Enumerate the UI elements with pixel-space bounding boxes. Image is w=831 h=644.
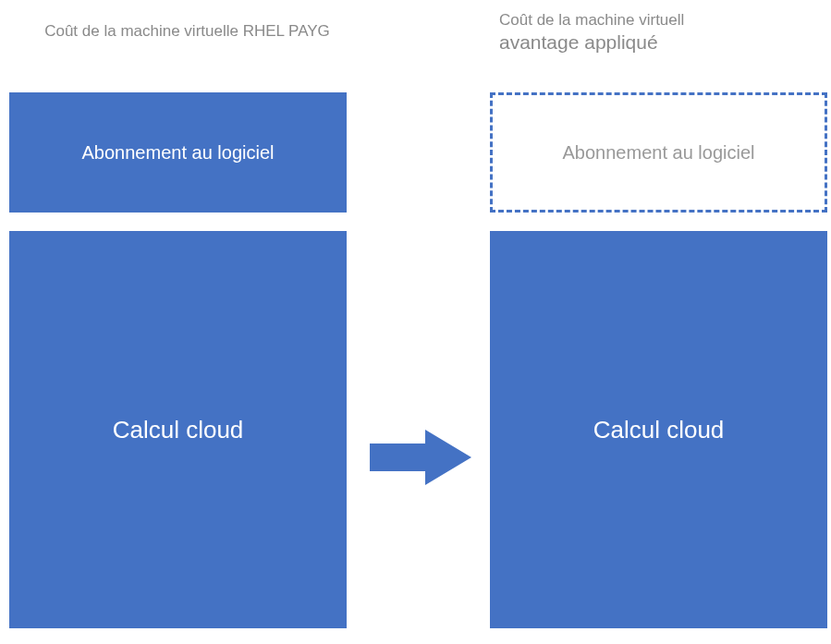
right-subscription-label: Abonnement au logiciel [563, 142, 755, 164]
header-right-line1: Coût de la machine virtuell [499, 11, 831, 30]
left-compute-label: Calcul cloud [113, 416, 244, 444]
left-subscription-label: Abonnement au logiciel [82, 142, 275, 164]
right-compute-box: Calcul cloud [490, 231, 827, 628]
left-column: Abonnement au logiciel Calcul cloud [9, 92, 347, 628]
right-subscription-box: Abonnement au logiciel [490, 92, 827, 213]
header-left-title: Coût de la machine virtuelle RHEL PAYG [0, 22, 374, 41]
header-row: Coût de la machine virtuelle RHEL PAYG C… [0, 0, 831, 83]
right-column: Abonnement au logiciel Calcul cloud [490, 92, 827, 628]
arrow-icon [370, 425, 471, 490]
content-row: Abonnement au logiciel Calcul cloud Abon… [0, 83, 831, 638]
left-subscription-box: Abonnement au logiciel [9, 92, 347, 213]
right-compute-label: Calcul cloud [593, 416, 725, 444]
svg-marker-0 [370, 430, 471, 485]
left-compute-box: Calcul cloud [9, 231, 347, 628]
header-right-line2: avantage appliqué [499, 31, 831, 54]
header-right-title: Coût de la machine virtuell avantage app… [499, 11, 831, 54]
